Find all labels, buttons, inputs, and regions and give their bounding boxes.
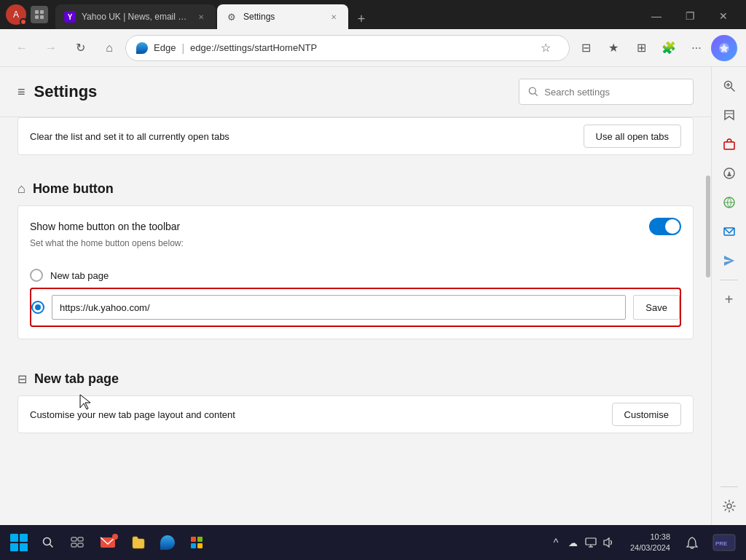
taskbar-start-button[interactable] bbox=[6, 529, 32, 556]
back-button[interactable]: ← bbox=[9, 35, 35, 61]
extensions-button[interactable]: 🧩 bbox=[656, 35, 682, 61]
address-bar[interactable]: Edge | edge://settings/startHomeNTP ☆ bbox=[125, 35, 570, 61]
show-home-button-label: Show home button on the toolbar bbox=[30, 221, 180, 232]
taskbar-edge-icon bbox=[160, 535, 175, 550]
minimize-button[interactable]: — bbox=[640, 6, 673, 26]
maximize-button[interactable]: ❐ bbox=[673, 6, 707, 26]
radio-options: New tab page Save bbox=[18, 257, 693, 339]
settings-sidebar-icon[interactable] bbox=[716, 493, 742, 519]
use-all-open-tabs-button[interactable]: Use all open tabs bbox=[584, 125, 681, 148]
taskbar-edge-button[interactable] bbox=[154, 529, 181, 556]
favorite-icon[interactable]: ☆ bbox=[533, 35, 559, 61]
nav-actions: ⊟ ★ ⊞ 🧩 ··· bbox=[573, 35, 737, 61]
profile-icon[interactable]: A bbox=[6, 4, 26, 25]
save-button[interactable]: Save bbox=[633, 295, 680, 320]
more-button[interactable]: ··· bbox=[683, 35, 710, 61]
taskbar-mail-icon[interactable] bbox=[93, 529, 122, 556]
window-controls-right: — ❐ ✕ bbox=[640, 6, 740, 29]
content-area: ≡ Settings Clear the list and set it to … bbox=[0, 67, 746, 525]
customise-text: Customise your new tab page layout and c… bbox=[30, 409, 235, 420]
url-text: edge://settings/startHomeNTP bbox=[190, 42, 527, 53]
svg-rect-1 bbox=[40, 10, 44, 14]
tray-speaker[interactable] bbox=[601, 535, 616, 550]
show-home-button-row: Show home button on the toolbar bbox=[18, 206, 693, 235]
add-favorites-button[interactable]: ★ bbox=[600, 35, 627, 61]
send-sidebar-icon[interactable] bbox=[716, 248, 742, 274]
search-icon bbox=[528, 86, 538, 98]
home-button-toggle[interactable] bbox=[649, 218, 681, 235]
zoom-icon[interactable] bbox=[716, 73, 742, 99]
new-tab-heading: ⊟ New tab page bbox=[0, 357, 711, 395]
collections-button[interactable]: ⊞ bbox=[628, 35, 654, 61]
selected-url-row: Save bbox=[30, 288, 681, 327]
outlook-sidebar-icon[interactable] bbox=[716, 218, 742, 245]
svg-rect-2 bbox=[35, 15, 39, 19]
add-sidebar-icon[interactable]: + bbox=[716, 286, 742, 312]
home-button-sub: Set what the home button opens below: bbox=[18, 235, 693, 257]
shopping-sidebar-icon[interactable] bbox=[716, 131, 742, 157]
svg-rect-21 bbox=[78, 537, 83, 541]
menu-icon[interactable]: ≡ bbox=[17, 84, 25, 100]
taskbar-clock[interactable]: 10:38 24/03/2024 bbox=[624, 532, 676, 554]
search-settings-input[interactable] bbox=[544, 87, 684, 98]
settings-title: Settings bbox=[34, 82, 98, 101]
taskbar-devtools-button[interactable]: PRE bbox=[708, 529, 740, 556]
toggle-knob bbox=[665, 219, 680, 234]
taskbar-tray: ^ ☁ bbox=[543, 535, 621, 550]
notification-badge bbox=[112, 534, 118, 540]
svg-point-17 bbox=[727, 504, 731, 508]
games-sidebar-icon[interactable]: ♟ bbox=[716, 160, 742, 186]
svg-rect-11 bbox=[724, 142, 734, 149]
clear-tabs-text: Clear the list and set it to all current… bbox=[30, 131, 229, 142]
radio-new-tab[interactable]: New tab page bbox=[30, 263, 681, 288]
svg-rect-28 bbox=[197, 543, 203, 548]
svg-text:PRE: PRE bbox=[715, 540, 727, 547]
taskbar-search-button[interactable] bbox=[35, 529, 61, 556]
tab-search-button[interactable]: ⊟ bbox=[573, 35, 599, 61]
radio-custom-url[interactable]: Save bbox=[31, 292, 680, 323]
url-input[interactable] bbox=[52, 295, 626, 320]
new-tab-heading-icon: ⊟ bbox=[17, 372, 27, 386]
settings-header: ≡ Settings bbox=[0, 67, 711, 117]
clear-tabs-bar: Clear the list and set it to all current… bbox=[17, 117, 694, 155]
tab-group-icon[interactable] bbox=[31, 6, 48, 23]
new-tab-button[interactable]: + bbox=[350, 9, 373, 29]
svg-rect-26 bbox=[197, 537, 203, 542]
browser-essentials-sidebar-icon[interactable] bbox=[716, 189, 742, 216]
windows-logo bbox=[10, 534, 28, 551]
scrollbar-thumb[interactable] bbox=[706, 176, 710, 277]
svg-line-8 bbox=[731, 88, 734, 92]
sidebar-divider-bottom bbox=[721, 486, 738, 487]
yahoo-tab-close[interactable]: ✕ bbox=[195, 11, 207, 23]
search-settings-box[interactable] bbox=[519, 79, 694, 105]
task-view-button[interactable] bbox=[64, 529, 90, 556]
home-button[interactable]: ⌂ bbox=[96, 35, 122, 61]
refresh-button[interactable]: ↻ bbox=[67, 35, 93, 61]
tray-display[interactable] bbox=[584, 535, 598, 550]
settings-body: Clear the list and set it to all current… bbox=[0, 117, 711, 525]
settings-tab-close[interactable]: ✕ bbox=[328, 11, 339, 23]
settings-tab-title: Settings bbox=[243, 12, 322, 22]
copilot-button[interactable] bbox=[711, 35, 737, 61]
address-separator: | bbox=[181, 42, 184, 54]
clock-time: 10:38 bbox=[650, 532, 670, 543]
forward-button[interactable]: → bbox=[38, 35, 64, 61]
svg-rect-23 bbox=[78, 543, 83, 547]
close-button[interactable]: ✕ bbox=[707, 6, 740, 26]
favorites-sidebar-icon[interactable] bbox=[716, 102, 742, 128]
taskbar-files-button[interactable] bbox=[125, 529, 152, 556]
tray-chevron[interactable]: ^ bbox=[549, 535, 563, 550]
svg-text:♟: ♟ bbox=[726, 170, 732, 178]
tab-settings[interactable]: ⚙ Settings ✕ bbox=[217, 4, 348, 29]
tab-yahoo[interactable]: Y Yahoo UK | News, email and sear... ✕ bbox=[55, 4, 216, 29]
home-button-heading: ⌂ Home button bbox=[0, 167, 711, 205]
clock-date: 24/03/2024 bbox=[630, 543, 670, 553]
radio-new-tab-label: New tab page bbox=[50, 270, 109, 281]
taskbar-notification-button[interactable] bbox=[679, 529, 705, 556]
svg-line-19 bbox=[50, 545, 53, 548]
tray-weather[interactable]: ☁ bbox=[566, 535, 581, 550]
tab-bar: A Y Yahoo UK | News, email and sear... ✕… bbox=[0, 0, 746, 29]
sidebar-divider bbox=[721, 280, 738, 280]
taskbar-store-button[interactable] bbox=[184, 529, 210, 556]
customise-button[interactable]: Customise bbox=[612, 403, 681, 426]
